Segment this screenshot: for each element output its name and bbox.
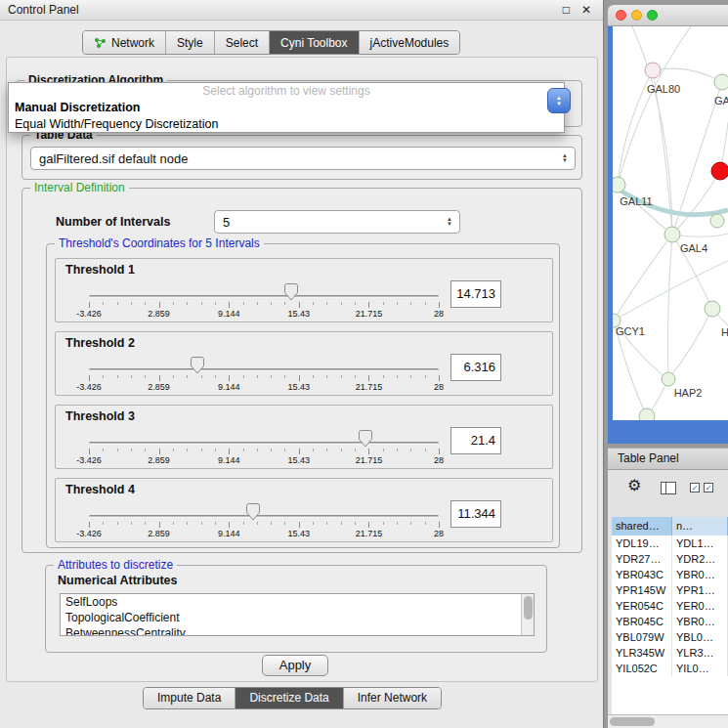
network-node[interactable]: [645, 63, 661, 78]
close-traffic-light[interactable]: [616, 10, 626, 21]
table-row[interactable]: YIL052CYIL0…: [612, 661, 728, 676]
attribute-item[interactable]: BetweennessCentrality: [61, 625, 534, 636]
interval-definition-label: Interval Definition: [30, 181, 129, 194]
float-window-icon[interactable]: □: [563, 3, 570, 17]
network-node[interactable]: [613, 177, 625, 193]
tab-jactivemodules[interactable]: jActiveModules: [360, 31, 460, 54]
network-node[interactable]: [664, 227, 680, 242]
algorithm-combobox-stepper[interactable]: ▲ ▼: [547, 88, 571, 113]
attribute-item[interactable]: SelfLoops: [61, 594, 534, 610]
table-settings-gear-icon[interactable]: ⚙: [627, 478, 641, 493]
threshold-slider[interactable]: -3.4262.8599.14415.4321.71528: [89, 427, 439, 468]
tick-mark: [131, 449, 132, 451]
network-canvas[interactable]: GAL80GAGAL11GAL4GCY1HHAP2: [613, 26, 728, 420]
select-none-checkbox-icon[interactable]: ✓: [704, 483, 713, 492]
slider-thumb[interactable]: [246, 503, 260, 521]
threshold-value-field[interactable]: 6.316: [450, 354, 501, 381]
close-window-icon[interactable]: ✕: [581, 3, 591, 17]
number-of-intervals-combobox[interactable]: 5 ▲ ▼: [214, 210, 460, 234]
tick-mark: [299, 375, 300, 381]
bottom-tab-infer-network[interactable]: Infer Network: [344, 688, 441, 708]
threshold-value-field[interactable]: 14.713: [450, 280, 501, 308]
table-data-combobox[interactable]: galFiltered.sif default node ▲ ▼: [30, 147, 576, 170]
node-attribute-table[interactable]: shared…n… YDL19…YDL1…YDR27…YDR2…YBR043CY…: [612, 517, 728, 714]
show-columns-icon[interactable]: [661, 482, 676, 494]
select-all-checkbox-icon[interactable]: ✓: [690, 483, 700, 492]
tick-mark: [383, 302, 384, 305]
slider-thumb[interactable]: [191, 357, 204, 374]
tick-mark: [410, 449, 411, 451]
tab-network[interactable]: Network: [83, 31, 166, 54]
network-node[interactable]: [662, 372, 675, 386]
tick-mark: [117, 375, 118, 378]
network-graph[interactable]: GAL80GAGAL11GAL4GCY1HHAP2: [613, 26, 728, 420]
tab-label: Style: [177, 36, 203, 50]
tab-style[interactable]: Style: [166, 31, 215, 54]
table-cell: YDR2…: [672, 551, 728, 567]
table-row[interactable]: YER054CYER0…: [612, 598, 728, 614]
stepper-down-icon: ▼: [447, 222, 452, 227]
table-panel-window: ⚙ ✓ ✓ shared…n… YDL19…YDL1…YDR27…YDR2…YB…: [608, 470, 728, 728]
column-header[interactable]: n…: [672, 517, 728, 535]
network-node[interactable]: [711, 162, 728, 180]
slider-track: [89, 515, 439, 518]
threshold-label: Threshold 3: [65, 409, 135, 423]
tick-mark: [271, 375, 272, 378]
apply-button[interactable]: Apply: [262, 655, 328, 676]
table-horizontal-scrollbar[interactable]: [608, 714, 728, 728]
slider-thumb[interactable]: [284, 283, 298, 301]
slider-thumb[interactable]: [359, 430, 372, 448]
attribute-items: SelfLoopsTopologicalCoefficientBetweenne…: [61, 594, 534, 636]
scrollbar-thumb[interactable]: [610, 717, 655, 726]
table-row[interactable]: YBR043CYBR0…: [612, 567, 728, 582]
network-window-titlebar[interactable]: [608, 5, 728, 26]
table-row[interactable]: YLR345WYLR3…: [612, 645, 728, 661]
network-tab-icon: [94, 37, 107, 49]
numerical-attributes-list[interactable]: SelfLoopsTopologicalCoefficientBetweenne…: [60, 593, 535, 636]
tick-mark: [299, 449, 300, 454]
attributes-scrollbar[interactable]: [521, 594, 534, 635]
number-of-intervals-value: 5: [215, 215, 443, 230]
column-header[interactable]: shared…: [612, 517, 672, 535]
network-node[interactable]: [639, 408, 655, 420]
threshold-slider[interactable]: -3.4262.8599.14415.4321.71528: [89, 280, 439, 321]
table-row[interactable]: YDL19…YDL1…: [612, 535, 728, 551]
threshold-value-field[interactable]: 11.344: [450, 500, 501, 528]
network-edge[interactable]: [618, 26, 691, 185]
attribute-item[interactable]: TopologicalCoefficient: [61, 610, 534, 625]
table-row[interactable]: YDR27…YDR2…: [612, 551, 728, 567]
threshold-slider[interactable]: -3.4262.8599.14415.4321.71528: [89, 500, 439, 541]
tab-select[interactable]: Select: [215, 31, 270, 54]
threshold-value-field[interactable]: 21.4: [450, 427, 501, 454]
threshold-slider[interactable]: -3.4262.8599.14415.4321.71528: [89, 354, 439, 395]
table-row[interactable]: YPR145WYPR1…: [612, 582, 728, 598]
scrollbar-thumb[interactable]: [524, 596, 533, 620]
bottom-tab-discretize-data[interactable]: Discretize Data: [236, 688, 343, 708]
tab-cyni-toolbox[interactable]: Cyni Toolbox: [270, 31, 359, 54]
thresholds-group: Threshold's Coordinates for 5 Intervals …: [46, 243, 560, 548]
network-edge[interactable]: [668, 235, 673, 379]
network-edge[interactable]: [668, 309, 712, 379]
tick-mark: [145, 375, 146, 378]
tick-mark: [397, 449, 398, 451]
control-panel-titlebar[interactable]: Control Panel □ ✕: [0, 0, 603, 21]
algorithm-option[interactable]: Manual Discretization: [9, 100, 564, 116]
table-row[interactable]: YBL079WYBL0…: [612, 629, 728, 645]
algorithm-option[interactable]: Equal Width/Frequency Discretization: [9, 116, 564, 133]
tick-mark: [103, 522, 104, 525]
minimize-traffic-light[interactable]: [631, 10, 642, 21]
threshold-panel: Threshold 4-3.4262.8599.14415.4321.71528…: [55, 478, 553, 542]
table-panel-header[interactable]: Table Panel: [608, 448, 728, 470]
table-row[interactable]: YBR045CYBR0…: [612, 614, 728, 629]
network-node[interactable]: [714, 74, 728, 90]
bottom-tab-impute-data[interactable]: Impute Data: [144, 688, 236, 708]
network-node[interactable]: [710, 214, 724, 228]
zoom-traffic-light[interactable]: [647, 10, 658, 21]
table-cell: YBR0…: [672, 614, 728, 629]
tick-label: 2.859: [148, 382, 170, 392]
combo-stepper-icon[interactable]: ▲ ▼: [443, 217, 456, 227]
network-node[interactable]: [705, 301, 720, 317]
network-edge[interactable]: [614, 235, 672, 321]
network-edge[interactable]: [672, 234, 728, 236]
combo-stepper-icon[interactable]: ▲ ▼: [558, 153, 572, 163]
